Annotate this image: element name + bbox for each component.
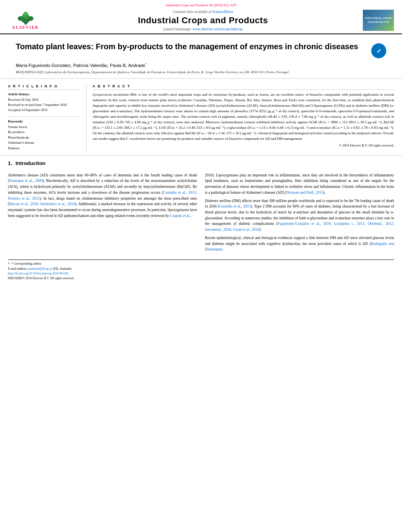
- l-esculentum-italic: L. esculentum: [126, 137, 146, 141]
- dm-italic2: Diabetes mellitus: [205, 199, 231, 203]
- article-info-col: A R T I C L E I N F O Article history: R…: [8, 84, 87, 151]
- article-header: Tomato plant leaves: From by-products to…: [0, 34, 402, 79]
- keyword-3: Phytochemicals: [8, 135, 80, 141]
- accepted-date: Accepted 14 September 2016: [8, 108, 80, 113]
- history-title: Article history:: [8, 92, 80, 96]
- intro-heading: 1. Introduction: [8, 160, 394, 166]
- intro-right-col: 2016). Lipoxygenases play an important r…: [205, 172, 394, 252]
- species-name: Lycopersicon esculentum: [93, 93, 129, 96]
- email-label: E-mail address:: [8, 267, 28, 271]
- email-link[interactable]: pandrade@ff.up.pt: [28, 267, 52, 271]
- elsevier-tree-icon: [15, 11, 37, 25]
- contents-text: Contents lists available at: [173, 10, 212, 14]
- authors: María Figueiredo-González, Patrícia Vale…: [16, 62, 386, 68]
- article-info-abstract: A R T I C L E I N F O Article history: R…: [0, 79, 402, 151]
- copyright-notice: © 2016 Elsevier B.V. All rights reserved…: [93, 143, 394, 147]
- abstract-text: Lycopersicon esculentum Mill. is one of …: [93, 92, 394, 141]
- ref-barbagallo[interactable]: Barbagallo and Dominguez,: [205, 242, 394, 252]
- article-history: Article history: Received 26 July 2016 R…: [8, 92, 80, 112]
- journal-header: Industrial Crops and Products 94 (2016) …: [0, 0, 402, 34]
- the-word: the: [302, 242, 307, 246]
- page: Industrial Crops and Products 94 (2016) …: [0, 0, 402, 532]
- affiliation: REQUIMTE/LAQV, Laboratório de Farmacogno…: [16, 70, 386, 75]
- asterisk-note: *: [8, 262, 10, 266]
- doi-link[interactable]: http://dx.doi.org/10.1016/j.indcrop.2016…: [8, 272, 68, 275]
- article-info-label: A R T I C L E I N F O: [8, 84, 80, 90]
- ref-dzoyem[interactable]: Dzoyem and Eloff, 2015: [286, 191, 323, 195]
- journal-main-header: ELSEVIER Contents lists available at Sci…: [8, 9, 394, 31]
- article-title: Tomato plant leaves: From by-products to…: [16, 41, 365, 52]
- ref-custodio2[interactable]: Custódio et al., 2015: [219, 204, 251, 208]
- journal-logo-right: INDUSTRIAL CROPS AND PRODUCTS: [363, 9, 394, 31]
- journal-title-text: Industrial Crops and Products: [43, 15, 363, 26]
- intro-right-para2: Diabetes mellitus (DM) affects more than…: [205, 198, 394, 233]
- crossmark-icon: ✓: [376, 47, 382, 55]
- introduction-body: Alzheimer's disease (AD) constitutes mor…: [0, 169, 402, 256]
- volume-info: Industrial Crops and Products 94 (2016) …: [166, 3, 236, 7]
- keyword-1: Tomato leaves: [8, 124, 80, 130]
- svg-point-5: [23, 12, 28, 16]
- footer-doi: http://dx.doi.org/10.1016/j.indcrop.2016…: [0, 271, 402, 276]
- received-date: Received 26 July 2016: [8, 97, 80, 102]
- homepage-label: journal homepage:: [164, 27, 192, 31]
- article-footer: * * Corresponding author. E-mail address…: [8, 260, 394, 271]
- journal-logo-text: INDUSTRIAL CROPS AND PRODUCTS: [363, 15, 394, 25]
- ref-mocan[interactable]: Mocan et al., 2016; Sarikurkcu et al., 2…: [9, 202, 75, 206]
- elsevier-brand-text: ELSEVIER: [13, 25, 39, 30]
- journal-top-bar: Industrial Crops and Products 94 (2016) …: [8, 3, 394, 7]
- contents-line: Contents lists available at ScienceDirec…: [43, 10, 363, 14]
- email-suffix: (P.B. Andrade).: [53, 267, 72, 271]
- keywords-title: Keywords:: [8, 119, 80, 123]
- dm-italic: diabetes mellitus: [356, 104, 380, 108]
- intro-right-para1: 2016). Lipoxygenases play an important r…: [205, 172, 394, 196]
- intro-num: 1.: [8, 160, 12, 166]
- footer-issn: 0926-6690/© 2016 Elsevier B.V. All right…: [0, 276, 402, 283]
- keyword-5: Diabetes: [8, 146, 80, 151]
- corresponding-label: * Corresponding author.: [11, 262, 42, 265]
- homepage-url[interactable]: www.elsevier.com/locate/indcrop: [192, 27, 242, 31]
- journal-center: Contents lists available at ScienceDirec…: [43, 10, 363, 31]
- ref-figueiredo[interactable]: Figueiredo-González et al., 2016; Lordan…: [205, 222, 394, 232]
- abstract-col: A B S T R A C T Lycopersicon esculentum …: [87, 84, 394, 151]
- intro-left-para: Alzheimer's disease (AD) constitutes mor…: [8, 172, 197, 219]
- ref-czapski[interactable]: Czapski et al.,: [170, 214, 191, 218]
- intro-right-para3: Recent epidemiological, clinical and bio…: [205, 235, 394, 252]
- issn-text: 0926-6690/© 2016 Elsevier B.V. All right…: [8, 276, 74, 280]
- intro-title: Introduction: [15, 160, 45, 166]
- sciencedirect-link[interactable]: ScienceDirect: [212, 10, 233, 14]
- email-line: E-mail address: pandrade@ff.up.pt (P.B. …: [8, 267, 394, 271]
- authors-text: María Figueiredo-González, Patrícia Vale…: [16, 63, 145, 68]
- keyword-4: Alzheimer's disease: [8, 140, 80, 146]
- keywords-section: Keywords: Tomato leaves By-products Phyt…: [8, 117, 80, 151]
- ref-natarajan[interactable]: Natarajan et al., 2009: [9, 179, 43, 183]
- author-asterisk: *: [145, 62, 146, 66]
- keyword-2: By-products: [8, 130, 80, 135]
- revised-date: Received in revised form 7 September 201…: [8, 102, 80, 108]
- abstract-label: A B S T R A C T: [93, 84, 394, 90]
- intro-left-col: Alzheimer's disease (AD) constitutes mor…: [8, 172, 197, 252]
- corresponding-note: * * Corresponding author.: [8, 262, 394, 266]
- year-2016: 2016: [205, 173, 212, 177]
- journal-homepage: journal homepage: www.elsevier.com/locat…: [43, 27, 363, 31]
- introduction-section: 1. Introduction: [0, 155, 402, 166]
- elsevier-logo: ELSEVIER: [8, 9, 43, 31]
- ref-custodio1[interactable]: Custódio et al., 2015; Ferreres et al., …: [8, 191, 197, 200]
- article-title-row: Tomato plant leaves: From by-products to…: [16, 41, 386, 58]
- crossmark-badge: ✓: [371, 43, 386, 58]
